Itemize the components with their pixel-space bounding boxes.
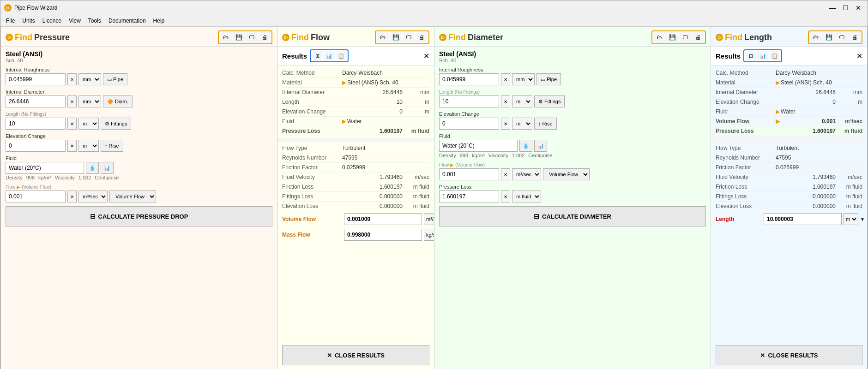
diam-pressure-unit-select[interactable]: m fluid xyxy=(512,190,541,202)
restore-button[interactable]: ☐ xyxy=(840,2,851,13)
diam-elevation-unit-select[interactable]: m xyxy=(512,118,532,130)
flow-close-results-container: ✕ CLOSE RESULTS xyxy=(277,340,434,369)
rise-button[interactable]: ↑ Rise xyxy=(101,140,123,152)
diam-button[interactable]: 🔶 Diam. xyxy=(103,95,133,107)
minimize-button[interactable]: — xyxy=(827,2,838,13)
internal-roughness-unit-select[interactable]: mm xyxy=(78,73,101,85)
menu-file[interactable]: File xyxy=(2,17,18,25)
find-flow-open-btn[interactable]: 🗁 xyxy=(377,32,389,42)
flow-results-table-btn[interactable]: ⊞ xyxy=(312,51,323,60)
find-flow-save-btn[interactable]: 💾 xyxy=(390,32,402,42)
flow-results-chart-btn[interactable]: 📊 xyxy=(324,51,335,60)
find-pressure-print-btn[interactable]: 🖨 xyxy=(259,32,271,42)
flow-results-close-btn[interactable]: ✕ xyxy=(423,52,429,60)
find-length-save-btn[interactable]: 💾 xyxy=(823,32,835,42)
length-results-scroll[interactable]: Calc. Method Darcy-Weisbach Material ▶ S… xyxy=(711,65,867,340)
diam-flow-clear-btn[interactable]: ✕ xyxy=(501,168,510,180)
find-pressure-screen-btn[interactable]: 🖵 xyxy=(246,32,258,42)
elevation-input[interactable] xyxy=(6,140,66,152)
find-length-screen-btn[interactable]: 🖵 xyxy=(836,32,848,42)
length-results-copy-btn[interactable]: 📋 xyxy=(769,51,780,60)
diam-elevation-input[interactable] xyxy=(439,118,499,130)
volume-flow-unit-select[interactable]: m³/sec xyxy=(424,213,434,225)
find-pressure-save-btn[interactable]: 💾 xyxy=(233,32,245,42)
elevation-row: ✕ m ↑ Rise xyxy=(6,140,272,152)
diam-roughness-input[interactable] xyxy=(439,73,499,85)
find-length-toolbar: 🗁 💾 🖵 🖨 xyxy=(808,30,862,44)
menu-units[interactable]: Units xyxy=(18,17,38,25)
length-result-input[interactable] xyxy=(764,213,842,225)
diam-flow-unit-select[interactable]: m³/sec xyxy=(512,168,541,180)
menu-licence[interactable]: Licence xyxy=(39,17,65,25)
diam-flow-type-select[interactable]: Volume Flow xyxy=(543,168,590,180)
length-result-dropdown-arrow[interactable]: ▼ xyxy=(860,217,865,222)
pipe-button[interactable]: ▭ Pipe xyxy=(103,73,127,85)
diam-pressure-input[interactable] xyxy=(439,190,499,202)
diam-flow-input[interactable] xyxy=(439,168,499,180)
find-pressure-open-btn[interactable]: 🗁 xyxy=(220,32,232,42)
flow-input[interactable] xyxy=(6,190,66,202)
diam-fluid-drop-btn[interactable]: 💧 xyxy=(519,140,532,152)
find-length-open-btn[interactable]: 🗁 xyxy=(810,32,822,42)
find-flow-toolbar: 🗁 💾 🖵 🖨 xyxy=(375,30,429,44)
length-results-close-btn[interactable]: ✕ xyxy=(856,52,862,60)
flow-unit-select[interactable]: m³/sec xyxy=(78,190,108,202)
diam-roughness-unit-select[interactable]: mm xyxy=(512,73,535,85)
diam-length-input[interactable] xyxy=(439,95,499,107)
mass-flow-result-input[interactable] xyxy=(344,229,422,241)
find-diameter-screen-btn[interactable]: 🖵 xyxy=(679,32,691,42)
find-diameter-open-btn[interactable]: 🗁 xyxy=(653,32,665,42)
diam-pressure-clear-btn[interactable]: ✕ xyxy=(501,190,510,202)
diam-pipe-button[interactable]: ▭ Pipe xyxy=(536,73,561,85)
menu-help[interactable]: Help xyxy=(150,17,169,25)
length-result-unit-select[interactable]: m xyxy=(844,213,858,225)
diam-fluid-input[interactable] xyxy=(439,140,518,152)
flow-clear-btn[interactable]: ✕ xyxy=(67,190,77,202)
length-results-table-btn[interactable]: ⊞ xyxy=(745,51,756,60)
length-unit-select[interactable]: m xyxy=(78,118,99,130)
find-diameter-save-btn[interactable]: 💾 xyxy=(666,32,678,42)
internal-diameter-unit-select[interactable]: mm xyxy=(78,95,101,107)
internal-diameter-input[interactable] xyxy=(6,95,66,107)
fluid-drop-btn[interactable]: 💧 xyxy=(86,162,99,174)
length-results-chart-btn[interactable]: 📊 xyxy=(757,51,768,60)
internal-diameter-clear-btn[interactable]: ✕ xyxy=(67,95,77,107)
calculate-pressure-drop-button[interactable]: ⊟ CALCULATE PRESSURE DROP xyxy=(6,206,272,226)
diam-rise-button[interactable]: ↑ Rise xyxy=(534,118,557,130)
internal-roughness-clear-btn[interactable]: ✕ xyxy=(67,73,77,85)
len-fittings-loss-row: Fittings Loss 0.000000 m fluid xyxy=(716,192,862,202)
find-flow-screen-btn[interactable]: 🖵 xyxy=(403,32,415,42)
elevation-unit-select[interactable]: m xyxy=(78,140,99,152)
diam-elevation-clear-btn[interactable]: ✕ xyxy=(501,118,510,130)
find-diameter-print-btn[interactable]: 🖨 xyxy=(692,32,704,42)
fittings-button[interactable]: ⚙ Fittings xyxy=(101,118,131,130)
length-row: Length 10 m xyxy=(282,97,429,107)
elevation-clear-btn[interactable]: ✕ xyxy=(67,140,77,152)
fluid-input[interactable] xyxy=(6,162,84,174)
diam-length-unit-select[interactable]: m xyxy=(512,95,532,107)
find-length-print-btn[interactable]: 🖨 xyxy=(849,32,861,42)
menu-view[interactable]: View xyxy=(65,17,84,25)
length-close-results-button[interactable]: ✕ CLOSE RESULTS xyxy=(716,345,862,365)
menu-tools[interactable]: Tools xyxy=(84,17,105,25)
length-clear-btn[interactable]: ✕ xyxy=(67,118,77,130)
fluid-chart-btn[interactable]: 📊 xyxy=(101,162,114,174)
find-diameter-header: ▷ FindDiameter 🗁 💾 🖵 🖨 xyxy=(434,27,711,47)
close-window-button[interactable]: ✕ xyxy=(853,2,864,13)
mass-flow-unit-select[interactable]: kg/sec xyxy=(424,229,434,241)
main-content: ▷ FindPressure 🗁 💾 🖵 🖨 Steel (ANSI) Sch.… xyxy=(0,26,868,369)
flow-results-scroll[interactable]: Calc. Method Darcy-Weisbach Material ▶ S… xyxy=(277,65,434,340)
diam-fittings-button[interactable]: ⚙ Fittings xyxy=(534,95,565,107)
internal-roughness-input[interactable] xyxy=(6,73,66,85)
diam-length-clear-btn[interactable]: ✕ xyxy=(501,95,510,107)
find-flow-print-btn[interactable]: 🖨 xyxy=(416,32,428,42)
calculate-diameter-button[interactable]: ⊟ CALCULATE DIAMETER xyxy=(439,206,706,226)
flow-close-results-button[interactable]: ✕ CLOSE RESULTS xyxy=(282,345,429,365)
diam-roughness-clear-btn[interactable]: ✕ xyxy=(501,73,510,85)
length-input[interactable] xyxy=(6,118,66,130)
flow-type-select[interactable]: Volume Flow xyxy=(109,190,156,202)
volume-flow-result-input[interactable] xyxy=(344,213,422,225)
diam-fluid-chart-btn[interactable]: 📊 xyxy=(534,140,547,152)
menu-documentation[interactable]: Documentation xyxy=(105,17,150,25)
flow-results-copy-btn[interactable]: 📋 xyxy=(336,51,347,60)
